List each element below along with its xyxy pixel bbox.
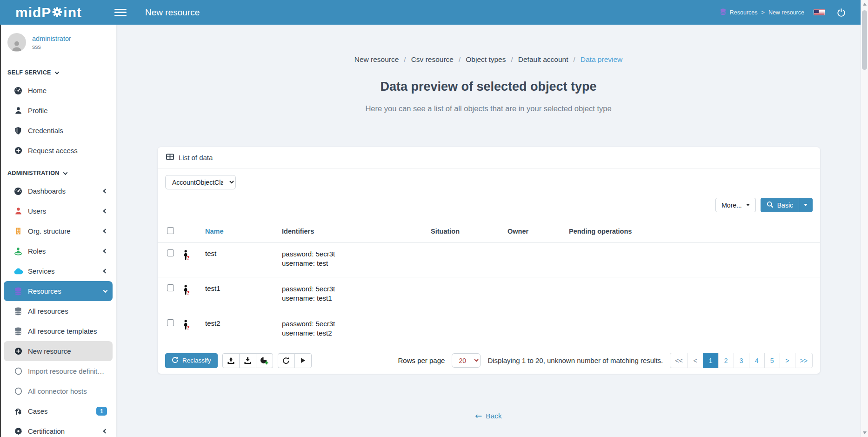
sidebar-item-profile[interactable]: Profile	[4, 101, 113, 121]
upload-button[interactable]	[222, 353, 240, 368]
logout-power-icon[interactable]	[834, 7, 848, 17]
play-button[interactable]	[294, 353, 312, 368]
sidebar-item-org-structure[interactable]: Org. structure	[4, 221, 113, 241]
select-all-checkbox[interactable]	[167, 227, 174, 234]
shadow-account-icon: ?	[182, 289, 191, 297]
sidebar-item-resources[interactable]: Resources	[4, 281, 113, 301]
hamburger-menu-icon[interactable]	[114, 8, 127, 17]
sidebar-item-all-connector-hosts[interactable]: All connector hosts	[4, 381, 113, 401]
wizard-breadcrumb: New resource / Csv resource / Object typ…	[116, 55, 861, 64]
sidebar-item-credentials[interactable]: Credentials	[4, 121, 113, 141]
pagination-next[interactable]: >	[780, 353, 795, 368]
rows-per-page-select[interactable]: 20	[452, 353, 481, 368]
row-situation	[428, 277, 505, 312]
tachometer-icon	[13, 87, 23, 95]
circle-icon	[13, 367, 23, 375]
wizard-step-default-account[interactable]: Default account	[518, 55, 568, 64]
card-footer: Reclassify Rows per page 20 Displaying 1…	[158, 347, 820, 374]
sidebar-item-request-access[interactable]: Request access	[4, 141, 113, 161]
wizard-step-data-preview[interactable]: Data preview	[581, 55, 622, 64]
search-bar: More... Basic	[158, 189, 820, 221]
pagination-prev[interactable]: <	[688, 353, 703, 368]
search-basic-button[interactable]: Basic	[761, 198, 813, 212]
create-report-pie-icon-button[interactable]	[256, 353, 273, 368]
chevron-left-icon	[103, 429, 108, 434]
sidebar-item-certification[interactable]: Certification	[4, 421, 113, 437]
user-name-link[interactable]: administrator	[32, 35, 71, 42]
scrollbar-thumb[interactable]	[862, 10, 867, 70]
scrollbar-up-arrow[interactable]	[863, 3, 867, 6]
search-mode-label: Basic	[777, 202, 793, 209]
row-checkbox[interactable]	[167, 284, 174, 291]
scrollbar-down-arrow[interactable]	[863, 431, 867, 434]
navbar-breadcrumb: Resources > New resource	[720, 8, 804, 17]
chevron-left-icon	[103, 269, 108, 274]
gear-icon	[51, 5, 63, 20]
table-row[interactable]: ? test1 password: 5ecr3t username: test1	[158, 277, 820, 312]
identifier-username: username: test	[282, 259, 425, 268]
top-navbar: midP int New resource Resources > New re…	[0, 0, 861, 25]
sidebar-item-label: New resource	[28, 347, 71, 355]
table-row[interactable]: ? test password: 5ecr3t username: test	[158, 242, 820, 277]
column-filler	[645, 221, 820, 242]
row-checkbox[interactable]	[167, 249, 174, 256]
column-owner: Owner	[505, 221, 566, 242]
wizard-step-new-resource[interactable]: New resource	[354, 55, 399, 64]
logo-text-pre: midP	[15, 5, 51, 20]
sidebar-item-services[interactable]: Services	[4, 261, 113, 281]
back-button[interactable]: ← Back	[472, 411, 505, 421]
pagination-page-1[interactable]: 1	[703, 353, 719, 368]
download-button[interactable]	[239, 353, 256, 368]
breadcrumb-current[interactable]: New resource	[768, 9, 804, 16]
sidebar-item-roles[interactable]: Roles	[4, 241, 113, 261]
pagination-first[interactable]: <<	[670, 353, 688, 368]
sidebar-item-label: Dashboards	[28, 187, 66, 195]
wizard-step-object-types[interactable]: Object types	[466, 55, 506, 64]
identifier-password: password: 5ecr3t	[282, 284, 425, 294]
pagination-page-4[interactable]: 4	[749, 353, 765, 368]
sidebar-item-home[interactable]: Home	[4, 81, 113, 101]
pagination: << < 1 2 3 4 5 > >>	[670, 353, 813, 368]
pagination-last[interactable]: >>	[795, 353, 813, 368]
cloud-icon	[13, 268, 23, 275]
sidebar-item-users[interactable]: Users	[4, 201, 113, 221]
circle-icon	[13, 387, 23, 395]
caret-down-icon	[746, 204, 750, 206]
row-owner	[505, 312, 566, 347]
table-row[interactable]: ? test2 password: 5ecr3t username: test2	[158, 312, 820, 347]
sidebar-item-all-resource-templates[interactable]: All resource templates	[4, 321, 113, 341]
section-administration[interactable]: ADMINISTRATION	[0, 161, 116, 181]
section-self-service[interactable]: SELF SERVICE	[0, 60, 116, 81]
svg-text:?: ?	[187, 290, 189, 296]
sidebar-item-new-resource[interactable]: New resource	[4, 341, 113, 361]
reclassify-label: Reclassify	[182, 357, 211, 364]
column-name[interactable]: Name	[202, 221, 279, 242]
row-pending-operations	[566, 242, 645, 277]
pagination-page-3[interactable]: 3	[734, 353, 749, 368]
wizard-step-csv-resource[interactable]: Csv resource	[411, 55, 454, 64]
svg-text:?: ?	[187, 325, 189, 330]
pagination-page-2[interactable]: 2	[718, 353, 734, 368]
sidebar-item-import-resource-definition[interactable]: Import resource definit…	[4, 361, 113, 381]
sidebar: administrator sss SELF SERVICE Home Prof…	[0, 25, 116, 437]
identifier-password: password: 5ecr3t	[282, 249, 425, 259]
row-checkbox[interactable]	[167, 319, 174, 326]
sidebar-item-cases[interactable]: Cases 1	[4, 401, 113, 421]
caret-down-icon	[804, 204, 808, 206]
pagination-page-5[interactable]: 5	[764, 353, 780, 368]
us-flag-icon[interactable]	[814, 9, 825, 15]
sidebar-item-all-resources[interactable]: All resources	[4, 301, 113, 321]
sidebar-item-label: Profile	[28, 107, 48, 114]
objectclass-select[interactable]: AccountObjectClass	[165, 175, 236, 189]
search-mode-caret[interactable]	[799, 198, 812, 212]
breadcrumb-root[interactable]: Resources	[730, 9, 758, 16]
refresh-button[interactable]	[278, 353, 295, 368]
back-label: Back	[486, 412, 501, 420]
midpoint-logo[interactable]: midP int	[15, 5, 82, 20]
refresh-play-group	[278, 353, 312, 368]
database-icon	[13, 287, 23, 296]
reclassify-button[interactable]: Reclassify	[165, 353, 218, 368]
more-filters-button[interactable]: More...	[715, 198, 756, 212]
sidebar-item-dashboards[interactable]: Dashboards	[4, 181, 113, 201]
rows-per-page-label: Rows per page	[398, 356, 445, 364]
